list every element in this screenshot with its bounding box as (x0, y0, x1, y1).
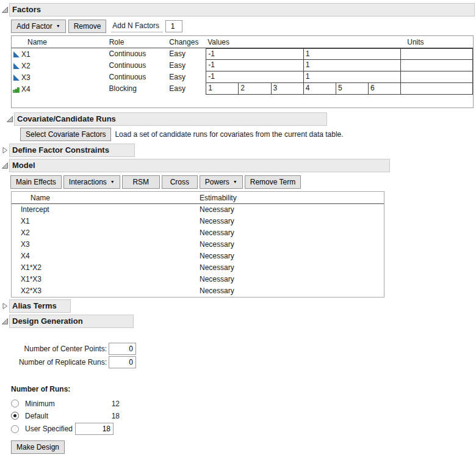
factor-name-cell[interactable]: X4 (12, 83, 109, 95)
model-header-band[interactable]: Model (9, 159, 390, 172)
term-estimability[interactable]: Necessary (200, 239, 234, 250)
value-cell[interactable]: 3 (272, 83, 304, 95)
collapse-triangle-open-icon[interactable] (6, 115, 13, 123)
factor-role-cell[interactable]: Continuous (109, 48, 170, 60)
factor-name-cell[interactable]: X2 (12, 60, 109, 71)
col-header-units[interactable]: Units (401, 36, 473, 48)
design-generation-header-band[interactable]: Design Generation (9, 315, 134, 328)
factor-name-cell[interactable]: X1 (12, 48, 109, 60)
value-cell[interactable]: -1 (206, 48, 304, 60)
term-name[interactable]: X2 (12, 227, 200, 239)
model-term-row[interactable]: X1*X2 Necessary (12, 262, 384, 274)
col-header-estimability[interactable]: Estimability (200, 192, 237, 203)
radio-button-user-specified[interactable] (11, 425, 19, 433)
remove-term-button[interactable]: Remove Term (245, 175, 301, 189)
constraints-header-band[interactable]: Define Factor Constraints (9, 144, 135, 157)
term-estimability[interactable]: Necessary (200, 216, 234, 227)
factor-changes-cell[interactable]: Easy (169, 48, 206, 60)
covariate-header-band[interactable]: Covariate/Candidate Runs (14, 112, 327, 126)
factors-header-band[interactable]: Factors (9, 3, 475, 16)
factor-changes-cell[interactable]: Easy (169, 71, 206, 83)
value-cell[interactable]: 1 (304, 71, 402, 83)
value-cell[interactable]: 2 (239, 83, 271, 95)
value-cell[interactable]: 6 (369, 83, 401, 95)
value-cell[interactable]: 4 (304, 83, 336, 95)
cross-button[interactable]: Cross (162, 175, 198, 189)
col-header-changes[interactable]: Changes (169, 36, 206, 48)
term-estimability[interactable]: Necessary (200, 262, 234, 274)
remove-factor-button[interactable]: Remove (68, 20, 107, 33)
factor-row-x1[interactable]: X1 Continuous Easy -1 1 (12, 48, 473, 60)
value-cell[interactable]: 1 (304, 48, 402, 60)
term-estimability[interactable]: Necessary (200, 250, 234, 262)
radio-row-user-specified[interactable]: User Specified (4, 422, 476, 436)
factor-role-cell[interactable]: Blocking (109, 83, 170, 95)
units-cell[interactable] (401, 83, 473, 95)
replicate-runs-input[interactable] (109, 356, 136, 368)
factor-changes-cell[interactable]: Easy (169, 60, 206, 71)
term-name[interactable]: Intercept (12, 204, 200, 216)
collapse-triangle-closed-icon[interactable] (1, 302, 9, 310)
model-term-row[interactable]: X1 Necessary (12, 216, 384, 227)
collapse-triangle-open-icon[interactable] (1, 162, 9, 169)
units-cell[interactable] (401, 48, 473, 60)
replicate-runs-row: Number of Replicate Runs: (11, 356, 476, 368)
replicate-runs-label: Number of Replicate Runs: (11, 358, 107, 367)
radio-row-minimum[interactable]: Minimum 12 (4, 398, 476, 409)
value-cell[interactable]: -1 (206, 71, 304, 83)
user-specified-runs-input[interactable] (75, 423, 114, 435)
center-points-input[interactable] (109, 343, 136, 355)
term-name[interactable]: X2*X3 (12, 285, 200, 297)
term-name[interactable]: X3 (12, 239, 200, 250)
factor-name-cell[interactable]: X3 (12, 71, 109, 83)
make-design-button[interactable]: Make Design (11, 440, 65, 454)
radio-button-minimum[interactable] (11, 400, 19, 407)
powers-button[interactable]: Powers (200, 175, 243, 189)
factor-changes-cell[interactable]: Easy (169, 83, 206, 95)
factor-row-x4[interactable]: X4 Blocking Easy 1 2 3 4 5 6 (12, 83, 473, 95)
radio-button-default[interactable] (11, 412, 19, 420)
col-header-name[interactable]: Name (12, 36, 109, 48)
factor-role-cell[interactable]: Continuous (109, 71, 170, 83)
factor-row-x2[interactable]: X2 Continuous Easy -1 1 (12, 60, 473, 71)
value-cell[interactable]: 1 (206, 83, 239, 95)
value-cell[interactable]: 1 (304, 60, 402, 71)
term-estimability[interactable]: Necessary (200, 227, 234, 239)
factor-row-x3[interactable]: X3 Continuous Easy -1 1 (12, 71, 473, 83)
units-cell[interactable] (401, 60, 473, 71)
alias-title: Alias Terms (12, 301, 57, 310)
interactions-button[interactable]: Interactions (63, 175, 120, 189)
add-n-factors-label: Add N Factors (111, 20, 163, 32)
factor-role-cell[interactable]: Continuous (109, 60, 170, 71)
radio-row-default[interactable]: Default 18 (4, 410, 476, 422)
term-estimability[interactable]: Necessary (200, 204, 234, 216)
term-estimability[interactable]: Necessary (200, 274, 234, 285)
rsm-button[interactable]: RSM (122, 175, 160, 189)
model-term-row[interactable]: X2*X3 Necessary (12, 285, 384, 297)
value-cell[interactable]: 5 (336, 83, 369, 95)
collapse-triangle-open-icon[interactable] (1, 318, 9, 325)
collapse-triangle-open-icon[interactable] (1, 6, 9, 13)
col-header-values[interactable]: Values (206, 36, 401, 48)
term-name[interactable]: X1*X3 (12, 274, 200, 285)
units-cell[interactable] (401, 71, 473, 83)
collapse-triangle-closed-icon[interactable] (1, 147, 9, 154)
select-covariate-factors-button[interactable]: Select Covariate Factors (20, 128, 111, 141)
col-header-role[interactable]: Role (109, 36, 170, 48)
model-term-row[interactable]: Intercept Necessary (12, 204, 384, 216)
number-of-runs-label: Number of Runs: (11, 385, 476, 393)
model-term-row[interactable]: X2 Necessary (12, 227, 384, 239)
term-name[interactable]: X4 (12, 250, 200, 262)
alias-header-band[interactable]: Alias Terms (9, 299, 71, 313)
term-name[interactable]: X1 (12, 216, 200, 227)
term-estimability[interactable]: Necessary (200, 285, 234, 297)
model-term-row[interactable]: X4 Necessary (12, 250, 384, 262)
model-term-row[interactable]: X1*X3 Necessary (12, 274, 384, 285)
col-header-name[interactable]: Name (12, 192, 200, 203)
add-factor-button[interactable]: Add Factor (11, 20, 66, 33)
main-effects-button[interactable]: Main Effects (10, 175, 62, 189)
term-name[interactable]: X1*X2 (12, 262, 200, 274)
model-term-row[interactable]: X3 Necessary (12, 239, 384, 250)
value-cell[interactable]: -1 (206, 60, 304, 71)
add-n-factors-input[interactable] (165, 20, 182, 32)
